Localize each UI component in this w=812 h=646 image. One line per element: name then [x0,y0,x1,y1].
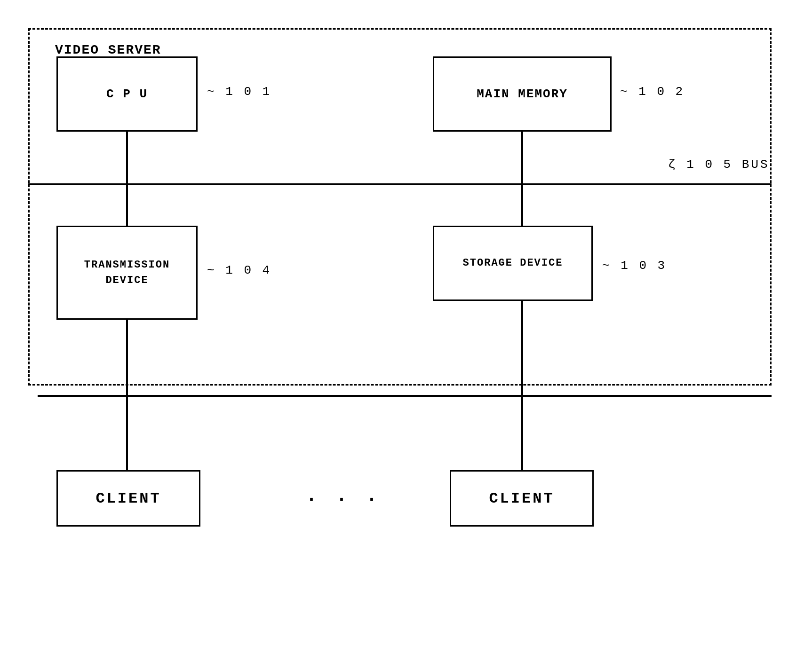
bus-line [28,183,772,185]
storage-label: STORAGE DEVICE [463,256,563,271]
transmission-to-network-line [126,320,128,395]
storage-device-box: STORAGE DEVICE [433,226,593,301]
storage-to-network-line [521,301,523,395]
network-to-client2-line [521,395,523,470]
cpu-box: C P U [56,56,198,132]
video-server-label: VIDEO SERVER [52,43,164,57]
network-to-client1-line [126,395,128,470]
network-bus-line [38,395,772,397]
client1-label: CLIENT [96,490,161,507]
bus-ref: ζ 1 0 5 BUS [668,158,770,172]
main-memory-box: MAIN MEMORY [433,56,612,132]
transmission-device-box: TRANSMISSIONDEVICE [56,226,198,320]
bus-to-storage-line [521,183,523,228]
transmission-label: TRANSMISSIONDEVICE [84,257,170,288]
client1-box: CLIENT [56,470,200,527]
main-memory-label: MAIN MEMORY [477,86,568,102]
cpu-ref: ~ 1 0 1 [207,85,271,99]
main-memory-ref: ~ 1 0 2 [620,85,685,99]
cpu-label: C P U [106,86,148,102]
client2-box: CLIENT [450,470,594,527]
dots-separator: · · · [306,489,381,510]
bus-to-transmission-line [126,183,128,228]
storage-ref: ~ 1 0 3 [602,259,667,273]
client2-label: CLIENT [489,490,554,507]
memory-to-bus-line [521,132,523,186]
diagram-container: VIDEO SERVER C P U ~ 1 0 1 MAIN MEMORY ~… [19,19,793,627]
cpu-to-bus-line [126,132,128,186]
transmission-ref: ~ 1 0 4 [207,263,271,277]
